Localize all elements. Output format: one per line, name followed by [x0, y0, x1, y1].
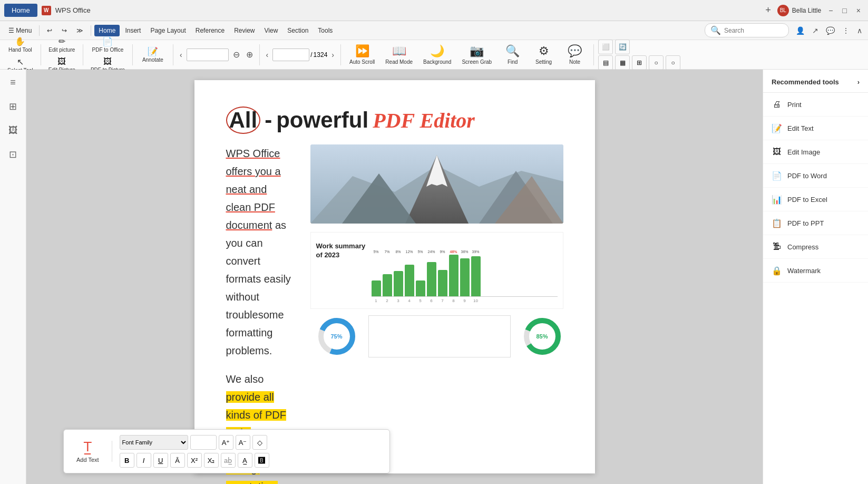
zoom-input[interactable]: 1250.12%: [187, 49, 229, 61]
italic-button[interactable]: I: [136, 453, 151, 468]
bar-8: [449, 255, 459, 296]
zoom-area: ‹ 1250.12% ⊖ ⊕: [178, 49, 255, 61]
donut-75-label: 75%: [330, 333, 342, 340]
background-label: Background: [423, 59, 451, 65]
view-tools: ⬜ 🔄 ▤ ▦ ⊞ ○ ○: [598, 40, 680, 70]
auto-scroll-button[interactable]: ⏩ Auto Scroll: [345, 42, 379, 67]
underline-button[interactable]: U: [153, 453, 168, 468]
style-row: B I U Ā X² X₂ ab̲ A̲ 🅱: [120, 453, 269, 468]
comment-icon[interactable]: 💬: [824, 25, 836, 36]
toolbar-divider: [112, 441, 112, 462]
page-prev-button[interactable]: ‹: [264, 50, 271, 60]
add-text-button[interactable]: T̲ Add Text: [71, 438, 104, 465]
add-tab-button[interactable]: +: [763, 5, 773, 16]
background-button[interactable]: 🌙 Background: [419, 42, 455, 67]
pct-1: 5%: [372, 250, 381, 254]
tab-page-layout[interactable]: Page Layout: [146, 25, 190, 36]
pdf-excel-icon: 📊: [772, 194, 782, 205]
tool-group-1: ✋ Hand Tool ↖ Select Tool: [4, 35, 36, 75]
screen-grab-button[interactable]: 📷 Screen Grab: [457, 42, 496, 67]
tab-section[interactable]: Section: [283, 25, 313, 36]
font-size-increase-button[interactable]: A⁺: [219, 435, 233, 450]
prev-page-button[interactable]: ‹: [178, 50, 184, 60]
read-mode-label: Read Mode: [385, 59, 413, 65]
x-label-6: 6: [427, 298, 436, 303]
hand-tool-button[interactable]: ✋ Hand Tool: [4, 35, 36, 54]
page-total: 1324: [314, 51, 328, 59]
tab-reference[interactable]: Reference: [191, 25, 229, 36]
rotate-button[interactable]: 🔄: [615, 40, 630, 54]
tab-view[interactable]: View: [260, 25, 282, 36]
tab-tools[interactable]: Tools: [314, 25, 337, 36]
strikethrough-button[interactable]: Ā: [170, 453, 185, 468]
font-color-button[interactable]: A̲: [238, 453, 252, 468]
panel-item-edit-image[interactable]: 🖼 Edit Image: [763, 140, 868, 164]
app-title: WPS Office: [55, 6, 759, 14]
close-button[interactable]: ×: [853, 5, 864, 16]
setting-button[interactable]: ⚙ Setting: [529, 42, 558, 67]
pct-6: 24%: [427, 250, 436, 254]
font-size-input[interactable]: 12: [190, 435, 217, 450]
sidebar-image-icon[interactable]: 🖼: [5, 122, 21, 139]
bold-button[interactable]: B: [120, 453, 134, 468]
bar-4: [405, 265, 414, 296]
bar-9: [460, 258, 470, 296]
view5-button[interactable]: ○: [666, 55, 680, 70]
superscript-button[interactable]: X²: [187, 453, 202, 468]
page-number-input[interactable]: 1210: [272, 49, 309, 61]
font-family-select[interactable]: Font Family: [120, 435, 188, 450]
find-button[interactable]: 🔍 Find: [498, 42, 527, 67]
maximize-button[interactable]: □: [839, 5, 850, 16]
panel-item-print[interactable]: 🖨 Print: [763, 93, 868, 117]
sidebar-layers-icon[interactable]: ⊡: [6, 146, 20, 163]
panel-item-pdf-to-excel[interactable]: 📊 PDF to Excel: [763, 188, 868, 211]
zoom-in-button[interactable]: ⊕: [244, 49, 255, 61]
home-tab-button[interactable]: Home: [4, 4, 37, 17]
view2-button[interactable]: ▦: [615, 55, 630, 70]
page-separator: /: [310, 51, 312, 59]
pct-9: 36%: [460, 250, 470, 254]
watermark-icon: 🔒: [772, 265, 782, 276]
print-icon: 🖨: [772, 99, 782, 110]
subscript-button[interactable]: X₂: [204, 453, 219, 468]
highlight-color-button[interactable]: ab̲: [221, 453, 236, 468]
search-input[interactable]: [724, 27, 783, 34]
mountain-svg: [310, 144, 563, 224]
share-icon[interactable]: 👤: [794, 25, 806, 36]
panel-item-pdf-to-ppt[interactable]: 📋 PDF to PPT: [763, 211, 868, 235]
tool-group-2: ✏ Edit picture 🖼 Edit Picture: [45, 35, 79, 74]
clear-format-button[interactable]: ◇: [252, 435, 267, 450]
panel-item-edit-text[interactable]: 📝 Edit Text: [763, 117, 868, 140]
export-icon[interactable]: ↗: [811, 25, 820, 36]
add-text-label: Add Text: [76, 457, 99, 463]
panel-item-watermark[interactable]: 🔒 Watermark: [763, 259, 868, 283]
text-bg-button[interactable]: 🅱: [255, 453, 269, 468]
zoom-out-button[interactable]: ⊖: [231, 49, 242, 61]
expand-icon[interactable]: ∧: [855, 25, 864, 36]
font-size-decrease-button[interactable]: A⁻: [236, 435, 250, 450]
fit-page-button[interactable]: ⬜: [598, 40, 613, 54]
panel-expand-icon[interactable]: ›: [857, 78, 860, 86]
sep2: [91, 25, 91, 36]
app-icon: W: [42, 6, 51, 15]
find-icon: 🔍: [505, 44, 520, 58]
pdf-to-office-button[interactable]: 📄 PDF to Office: [87, 35, 128, 54]
panel-item-pdf-to-word[interactable]: 📄 PDF to Word: [763, 164, 868, 188]
note-button[interactable]: 💬 Note: [560, 42, 589, 67]
edit-picture-button[interactable]: ✏ Edit picture: [45, 35, 79, 54]
sidebar-menu-icon[interactable]: ≡: [7, 74, 19, 91]
panel-item-compress[interactable]: 🗜 Compress: [763, 235, 868, 259]
bar-2: [383, 274, 392, 296]
note-label: Note: [569, 59, 580, 65]
minimize-button[interactable]: −: [825, 5, 836, 16]
more-options-icon[interactable]: ⋮: [841, 25, 851, 36]
page-next-button[interactable]: ›: [329, 50, 336, 60]
view4-button[interactable]: ○: [649, 55, 664, 70]
view1-button[interactable]: ▤: [598, 55, 613, 70]
panel-item-edit-text-label: Edit Text: [787, 124, 814, 132]
sidebar-thumbnail-icon[interactable]: ⊞: [6, 98, 20, 115]
tab-review[interactable]: Review: [230, 25, 259, 36]
view3-button[interactable]: ⊞: [632, 55, 647, 70]
annotate-button[interactable]: 📝 Annotate: [137, 45, 169, 64]
read-mode-button[interactable]: 📖 Read Mode: [381, 42, 417, 67]
